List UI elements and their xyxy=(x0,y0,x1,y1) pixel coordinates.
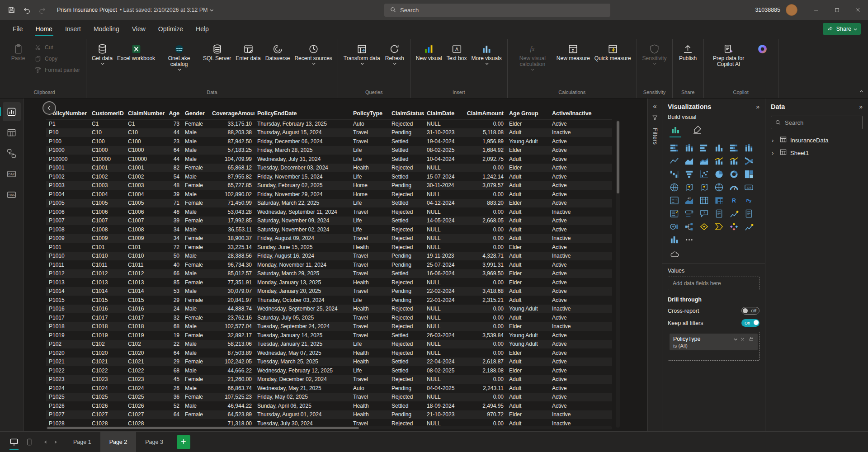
tmdl-view-icon[interactable]: TMDL xyxy=(3,185,21,204)
clustered-bar-chart-icon[interactable] xyxy=(698,142,710,154)
table-visual[interactable]: PolicyNumberCustomerIDClaimNumberAgeGend… xyxy=(46,108,612,429)
column-header-policyenddate[interactable]: PolicyEndDate xyxy=(255,110,350,117)
more-visual-icon[interactable] xyxy=(668,234,680,245)
undo-icon[interactable] xyxy=(23,6,31,14)
menu-insert[interactable]: Insert xyxy=(59,20,87,38)
table-icon[interactable] xyxy=(698,194,710,206)
table-row[interactable]: P1023C1023C102345Female21,260.00Monday, … xyxy=(46,375,612,384)
ribbon-button-dataverse[interactable]: Dataverse xyxy=(263,40,292,62)
ribbon-button-copilot[interactable] xyxy=(750,40,775,56)
arcgis-map-icon[interactable] xyxy=(727,221,740,232)
azure-map-icon[interactable] xyxy=(712,181,725,193)
keep-all-filters-toggle[interactable]: On xyxy=(741,319,760,327)
treemap-icon[interactable] xyxy=(742,168,755,180)
table-row[interactable]: P10C10C1044Male88,203.38Thursday, August… xyxy=(46,128,612,137)
drill-field-card[interactable]: PolicyType is (All) xyxy=(670,334,758,350)
column-header-claimstatus[interactable]: ClaimStatus xyxy=(389,110,424,117)
column-header-claimdate[interactable]: ClaimDate xyxy=(424,110,462,117)
table-row[interactable]: P102C102C10222Male58,213.06Tuesday, Janu… xyxy=(46,340,612,349)
line-chart-icon[interactable] xyxy=(668,155,680,167)
ribbon-button-new-measure[interactable]: ΣNew measure xyxy=(554,40,592,62)
drill-field-remove-icon[interactable] xyxy=(740,337,745,342)
power-apps-visual-icon[interactable] xyxy=(698,221,710,232)
table-row[interactable]: P1020C1020C102064Male87,503.89Wednesday,… xyxy=(46,348,612,358)
get-more-visuals-icon[interactable] xyxy=(668,248,680,260)
donut-chart-icon[interactable] xyxy=(727,168,740,180)
column-header-gender[interactable]: Gender xyxy=(182,110,209,117)
model-view-icon[interactable] xyxy=(3,144,21,163)
table-view-icon[interactable] xyxy=(3,123,21,142)
table-row[interactable]: P1002C1002C100254Male87,955.82Friday, No… xyxy=(46,172,612,181)
pie-chart-icon[interactable] xyxy=(712,168,725,180)
ribbon-button-enter-data[interactable]: Enter data xyxy=(233,40,263,62)
stacked-bar-chart-icon[interactable] xyxy=(668,142,680,154)
menu-help[interactable]: Help xyxy=(189,20,215,38)
page-tab-page-1[interactable]: Page 1 xyxy=(64,432,100,452)
ribbon-button-excel-workbook[interactable]: Excel workbook xyxy=(115,40,157,62)
menu-view[interactable]: View xyxy=(126,20,152,38)
ribbon-button-publish[interactable]: Publish xyxy=(676,40,700,62)
expand-chevron-icon[interactable]: › xyxy=(772,137,776,144)
save-icon[interactable] xyxy=(7,6,15,14)
filters-pane-label[interactable]: Filters xyxy=(652,128,658,145)
multi-row-card-icon[interactable] xyxy=(668,194,680,206)
paginated-report-icon[interactable] xyxy=(742,207,755,219)
table-row[interactable]: P1017C1017C101732Female23,762.16Saturday… xyxy=(46,313,612,322)
qa-visual-icon[interactable]: ? xyxy=(698,207,710,219)
table-row[interactable]: P1C1C173Female33,175.10Thursday, Februar… xyxy=(46,119,612,128)
report-canvas[interactable]: PolicyNumberCustomerIDClaimNumberAgeGend… xyxy=(24,99,647,431)
table-row[interactable]: P1024C1024C102426Male66,863.74Wednesday,… xyxy=(46,384,612,393)
data-table-sheet1[interactable]: ›Sheet1 xyxy=(765,146,868,159)
table-row[interactable]: P10000C10000C1000044Male104,709.99Wednes… xyxy=(46,155,612,164)
global-search-input[interactable]: Search xyxy=(384,4,610,17)
key-influencers-icon[interactable] xyxy=(668,221,680,232)
page-tab-page-2[interactable]: Page 2 xyxy=(100,432,137,452)
menu-modeling[interactable]: Modeling xyxy=(87,20,126,38)
table-row[interactable]: P1025C1025C102536Female107,525.23Friday,… xyxy=(46,393,612,402)
table-row[interactable]: P1022C1022C102268Male44,666.22Wednesday,… xyxy=(46,366,612,375)
stacked-area-chart-icon[interactable] xyxy=(698,155,710,167)
ribbon-button-onelake-catalog[interactable]: OneLake catalog xyxy=(157,40,201,71)
desktop-view-icon[interactable] xyxy=(6,432,22,452)
ribbon-chart-icon[interactable] xyxy=(742,155,755,167)
collapse-visualizations-icon[interactable]: » xyxy=(756,103,760,110)
table-row[interactable]: P1011C1011C101140Female96,734.30Monday, … xyxy=(46,260,612,269)
table-row[interactable]: P101C101C10172Female33,225.14Sunday, Jun… xyxy=(46,243,612,252)
shape-map-icon[interactable] xyxy=(698,181,710,193)
values-field-well[interactable]: Add data fields here xyxy=(668,277,760,290)
table-row[interactable]: P1018C1018C101868Male102,577.04Tuesday, … xyxy=(46,322,612,331)
table-row[interactable]: P1015C1015C101529Female20,841.97Thursday… xyxy=(46,296,612,305)
column-header-age[interactable]: Age xyxy=(165,110,182,117)
table-row[interactable]: P1003C1003C100348Female65,727.85Sunday, … xyxy=(46,181,612,190)
collapse-ribbon-icon[interactable] xyxy=(860,88,863,94)
drill-through-field-well[interactable]: PolicyType is (All) xyxy=(668,332,760,361)
ribbon-button-quick-measure[interactable]: Quick measure xyxy=(592,40,633,62)
card-icon[interactable]: 123 xyxy=(742,181,755,193)
drill-field-lock-icon[interactable] xyxy=(749,336,754,342)
table-vertical-scrollbar[interactable] xyxy=(616,120,620,428)
menu-file[interactable]: File xyxy=(6,20,29,38)
filled-map-icon[interactable] xyxy=(683,181,695,193)
ribbon-button-new-visual[interactable]: New visual xyxy=(414,40,444,62)
menu-home[interactable]: Home xyxy=(29,20,59,38)
table-row[interactable]: P1010C1010C101050Male28,388.56Friday, Au… xyxy=(46,252,612,261)
gauge-icon[interactable] xyxy=(727,181,740,193)
drill-field-chevron-icon[interactable] xyxy=(734,338,736,340)
page-tab-page-3[interactable]: Page 3 xyxy=(136,432,172,452)
table-row[interactable]: P1012C1012C101266Male85,012.57Saturday, … xyxy=(46,269,612,278)
table-row[interactable]: P1013C1013C101385Female77,351.91Monday, … xyxy=(46,278,612,287)
ribbon-button-get-data[interactable]: Get data xyxy=(90,40,115,66)
next-page-arrow[interactable] xyxy=(52,437,60,447)
smart-narrative-icon[interactable] xyxy=(712,207,725,219)
stacked-column-chart-icon[interactable] xyxy=(683,142,695,154)
column-header-active-inactive[interactable]: Active/Inactive xyxy=(549,110,596,117)
kpi-icon[interactable]: 42 xyxy=(683,194,695,206)
column-header-coverageamount[interactable]: CoverageAmount xyxy=(209,110,255,117)
table-row[interactable]: P1006C1006C100646Male53,043.28Wednesday,… xyxy=(46,207,612,217)
clustered-column-chart-icon[interactable] xyxy=(712,142,725,154)
100-stacked-bar-chart-icon[interactable] xyxy=(727,142,740,154)
table-row[interactable]: P1014C1014C101453Male30,079.07Monday, Ja… xyxy=(46,287,612,296)
ribbon-button-refresh[interactable]: Refresh xyxy=(382,40,407,66)
map-icon[interactable] xyxy=(668,181,680,193)
title-chevron-icon[interactable] xyxy=(210,8,213,11)
